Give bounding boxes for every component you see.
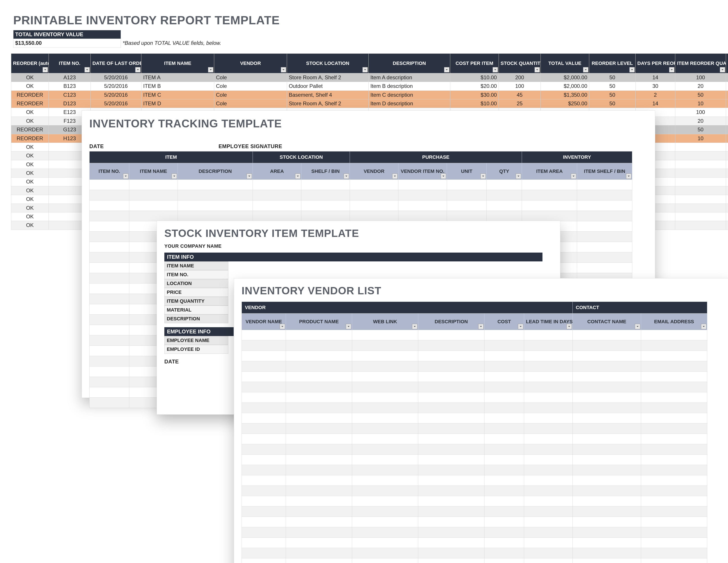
report-col-1[interactable]: ITEM NO. [49, 53, 91, 73]
filter-dropdown-icon[interactable] [493, 67, 498, 72]
report-col-8[interactable]: STOCK QUANTITY [499, 53, 541, 73]
table-row[interactable] [242, 496, 707, 507]
tracking-col-9[interactable]: ITEM AREA [522, 163, 577, 180]
filter-dropdown-icon[interactable] [412, 324, 417, 329]
filter-dropdown-icon[interactable] [669, 67, 674, 72]
report-col-12[interactable]: ITEM REORDER QUANTITY [675, 53, 726, 73]
vendor-col-7[interactable]: EMAIL ADDRESS [641, 314, 707, 330]
filter-dropdown-icon[interactable] [172, 173, 177, 179]
filter-dropdown-icon[interactable] [247, 173, 252, 179]
table-row[interactable] [242, 538, 707, 548]
cell [129, 211, 178, 221]
filter-dropdown-icon[interactable] [626, 173, 631, 179]
filter-dropdown-icon[interactable] [295, 173, 300, 179]
filter-dropdown-icon[interactable] [281, 67, 286, 72]
table-row[interactable]: REORDERD1235/20/2016ITEM DColeStore Room… [11, 99, 728, 108]
vendor-col-3[interactable]: DESCRIPTION [418, 314, 484, 330]
filter-dropdown-icon[interactable] [84, 67, 90, 72]
filter-dropdown-icon[interactable] [635, 324, 640, 329]
report-col-5[interactable]: STOCK LOCATION [287, 53, 369, 73]
table-row[interactable] [90, 190, 632, 200]
filter-dropdown-icon[interactable] [392, 173, 398, 179]
filter-dropdown-icon[interactable] [478, 324, 484, 329]
vendor-col-0[interactable]: VENDOR NAME [242, 314, 286, 330]
table-row[interactable] [242, 341, 707, 351]
filter-dropdown-icon[interactable] [444, 67, 449, 72]
table-row[interactable] [242, 351, 707, 361]
filter-dropdown-icon[interactable] [441, 173, 446, 179]
vendor-col-1[interactable]: PRODUCT NAME [286, 314, 352, 330]
table-row[interactable] [242, 382, 707, 392]
table-row[interactable] [242, 507, 707, 517]
filter-dropdown-icon[interactable] [516, 173, 521, 179]
report-col-13[interactable]: ITEM [726, 53, 728, 73]
tracking-col-10[interactable]: ITEM SHELF / BIN [577, 163, 632, 180]
report-col-9[interactable]: TOTAL VALUE [541, 53, 589, 73]
filter-dropdown-icon[interactable] [280, 324, 285, 329]
tracking-col-2[interactable]: DESCRIPTION [178, 163, 253, 180]
cell [641, 496, 707, 507]
table-row[interactable] [242, 444, 707, 455]
report-col-11[interactable]: DAYS PER REORDER [636, 53, 675, 73]
tracking-col-0[interactable]: ITEM NO. [90, 163, 129, 180]
filter-dropdown-icon[interactable] [720, 67, 725, 72]
table-row[interactable] [242, 517, 707, 527]
table-row[interactable] [242, 392, 707, 403]
report-col-3[interactable]: ITEM NAME [141, 53, 214, 73]
report-col-0[interactable]: REORDER (auto-fill) [11, 53, 49, 73]
table-row[interactable]: OKA1235/20/2016ITEM AColeStore Room A, S… [11, 73, 728, 82]
table-row[interactable] [242, 455, 707, 465]
filter-dropdown-icon[interactable] [344, 173, 349, 179]
filter-dropdown-icon[interactable] [629, 67, 635, 72]
table-row[interactable] [242, 434, 707, 444]
filter-dropdown-icon[interactable] [43, 67, 48, 72]
filter-dropdown-icon[interactable] [123, 173, 128, 179]
table-row[interactable]: OKB1235/20/2016ITEM BColeOutdoor PalletI… [11, 82, 728, 90]
filter-dropdown-icon[interactable] [480, 173, 486, 179]
vendor-col-6[interactable]: CONTACT NAME [573, 314, 641, 330]
tracking-col-6[interactable]: VENDOR ITEM NO. [398, 163, 447, 180]
table-row[interactable] [242, 361, 707, 372]
tracking-col-4[interactable]: SHELF / BIN [301, 163, 350, 180]
filter-dropdown-icon[interactable] [362, 67, 368, 72]
filter-dropdown-icon[interactable] [346, 324, 351, 329]
table-row[interactable] [90, 211, 632, 221]
table-row[interactable] [242, 424, 707, 434]
vendor-col-2[interactable]: WEB LINK [352, 314, 418, 330]
vendor-col-5[interactable]: LEAD TIME IN DAYS [524, 314, 573, 330]
table-row[interactable] [242, 527, 707, 538]
table-row[interactable] [242, 465, 707, 475]
tracking-col-5[interactable]: VENDOR [350, 163, 398, 180]
cell [577, 190, 632, 200]
report-col-2[interactable]: DATE OF LAST ORDER [91, 53, 141, 73]
tracking-col-7[interactable]: UNIT [447, 163, 487, 180]
filter-dropdown-icon[interactable] [535, 67, 540, 72]
table-row[interactable] [242, 413, 707, 424]
table-row[interactable]: REORDERC1235/20/2016ITEM CColeBasement, … [11, 90, 728, 99]
table-row[interactable] [242, 475, 707, 486]
tracking-col-1[interactable]: ITEM NAME [129, 163, 178, 180]
filter-dropdown-icon[interactable] [567, 324, 572, 329]
vendor-col-4[interactable]: COST [484, 314, 524, 330]
filter-dropdown-icon[interactable] [583, 67, 588, 72]
table-row[interactable] [242, 548, 707, 558]
filter-dropdown-icon[interactable] [518, 324, 523, 329]
filter-dropdown-icon[interactable] [208, 67, 213, 72]
report-col-4[interactable]: VENDOR [214, 53, 287, 73]
table-row[interactable] [242, 403, 707, 413]
filter-dropdown-icon[interactable] [135, 67, 141, 72]
report-col-6[interactable]: DESCRIPTION [369, 53, 450, 73]
table-row[interactable] [242, 330, 707, 341]
table-row[interactable] [242, 558, 707, 563]
filter-dropdown-icon[interactable] [701, 324, 706, 329]
report-col-10[interactable]: REORDER LEVEL [589, 53, 636, 73]
filter-dropdown-icon[interactable] [571, 173, 576, 179]
table-row[interactable] [242, 486, 707, 496]
tracking-col-8[interactable]: QTY [487, 163, 522, 180]
table-row[interactable] [90, 180, 632, 190]
table-row[interactable] [90, 200, 632, 211]
report-col-7[interactable]: COST PER ITEM [450, 53, 499, 73]
tracking-col-3[interactable]: AREA [253, 163, 301, 180]
table-row[interactable] [242, 372, 707, 382]
cell: $10.00 [450, 99, 499, 108]
